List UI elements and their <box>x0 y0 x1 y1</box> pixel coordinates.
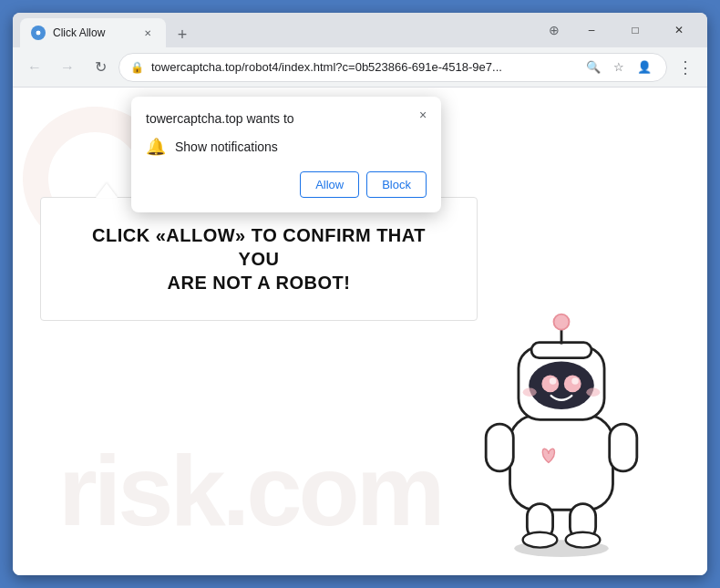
tab-favicon <box>31 26 46 40</box>
svg-rect-15 <box>486 424 513 471</box>
title-bar: Click Allow ✕ + ⊕ – □ ✕ <box>13 13 707 47</box>
bookmark-icon[interactable]: ☆ <box>608 57 630 78</box>
url-text: towercaptcha.top/robot4/index.html?c=0b5… <box>151 60 575 74</box>
block-button[interactable]: Block <box>366 171 427 198</box>
svg-point-20 <box>566 532 601 548</box>
address-bar-icons: 🔍 ☆ 👤 <box>582 57 655 78</box>
maximize-button[interactable]: □ <box>614 13 656 47</box>
svg-point-14 <box>554 315 570 330</box>
account-icon[interactable]: 👤 <box>633 57 655 78</box>
lock-icon: 🔒 <box>130 61 144 74</box>
tab-title: Click Allow <box>53 26 133 39</box>
robot-illustration <box>443 265 680 557</box>
popup-close-button[interactable]: × <box>412 104 434 126</box>
new-tab-button[interactable]: + <box>170 22 195 47</box>
menu-icon[interactable]: ⋮ <box>671 53 700 82</box>
tab-bar: Click Allow ✕ + <box>20 13 540 47</box>
browser-window: Click Allow ✕ + ⊕ – □ ✕ ← → ↻ 🔒 towercap… <box>13 13 707 575</box>
forward-button[interactable]: → <box>53 53 82 82</box>
popup-buttons: Allow Block <box>146 171 427 198</box>
popup-title: towercaptcha.top wants to <box>146 111 427 126</box>
message-line1: CLICK «ALLOW» TO CONFIRM THAT YOU <box>92 225 426 269</box>
page-message: CLICK «ALLOW» TO CONFIRM THAT YOU ARE NO… <box>40 197 478 321</box>
address-bar[interactable]: 🔒 towercaptcha.top/robot4/index.html?c=0… <box>118 53 667 82</box>
robot-svg <box>443 265 680 557</box>
allow-button[interactable]: Allow <box>300 171 359 198</box>
svg-point-21 <box>523 388 537 397</box>
message-text: CLICK «ALLOW» TO CONFIRM THAT YOU ARE NO… <box>70 223 447 294</box>
profile-icon[interactable]: ⊕ <box>540 15 569 45</box>
popup-permission: 🔔 Show notifications <box>146 137 427 157</box>
svg-point-8 <box>541 375 559 392</box>
message-line2: ARE NOT A ROBOT! <box>168 273 351 293</box>
svg-point-1 <box>36 30 41 36</box>
tab-close-button[interactable]: ✕ <box>140 26 155 40</box>
minimize-button[interactable]: – <box>571 13 612 47</box>
nav-right: ⋮ <box>671 53 700 82</box>
notification-popup: × towercaptcha.top wants to 🔔 Show notif… <box>131 97 441 212</box>
svg-point-22 <box>586 388 600 397</box>
nav-bar: ← → ↻ 🔒 towercaptcha.top/robot4/index.ht… <box>13 47 707 88</box>
page-content: risk.com × towercaptcha.top wants to 🔔 S… <box>13 88 707 575</box>
svg-point-19 <box>523 532 558 548</box>
watermark-text: risk.com <box>58 432 441 548</box>
permission-text: Show notifications <box>175 139 278 154</box>
close-button[interactable]: ✕ <box>658 13 700 47</box>
active-tab[interactable]: Click Allow ✕ <box>20 18 166 47</box>
svg-point-10 <box>550 377 557 385</box>
back-button[interactable]: ← <box>20 53 49 82</box>
svg-point-9 <box>564 375 581 392</box>
bell-icon: 🔔 <box>146 137 166 157</box>
svg-point-7 <box>529 361 594 409</box>
svg-rect-5 <box>510 416 613 511</box>
title-bar-right: ⊕ – □ ✕ <box>540 13 700 47</box>
svg-rect-12 <box>531 343 591 358</box>
reload-button[interactable]: ↻ <box>86 53 115 82</box>
search-icon[interactable]: 🔍 <box>582 57 604 78</box>
svg-rect-16 <box>610 424 637 471</box>
svg-point-11 <box>571 377 579 385</box>
